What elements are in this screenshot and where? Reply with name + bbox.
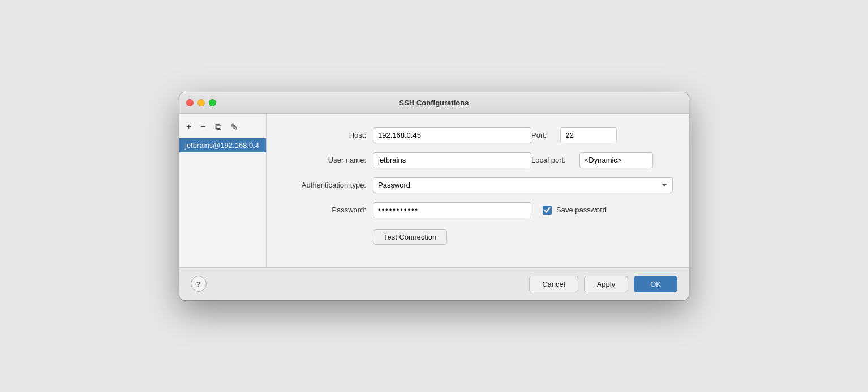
edit-button[interactable]: ✎ xyxy=(228,121,240,134)
sidebar: + − ⧉ ✎ jetbrains@192.168.0.4 xyxy=(179,114,267,267)
traffic-lights xyxy=(186,99,216,106)
help-button[interactable]: ? xyxy=(191,276,207,292)
sidebar-item-connection[interactable]: jetbrains@192.168.0.4 xyxy=(179,138,266,152)
sidebar-toolbar: + − ⧉ ✎ xyxy=(179,118,266,138)
minimize-button[interactable] xyxy=(197,99,205,106)
password-input[interactable] xyxy=(373,202,531,218)
remove-button[interactable]: − xyxy=(198,121,208,133)
window-title: SSH Configurations xyxy=(399,99,469,107)
copy-button[interactable]: ⧉ xyxy=(213,121,224,133)
cancel-button[interactable]: Cancel xyxy=(529,276,578,292)
maximize-button[interactable] xyxy=(209,99,216,106)
port-group: Port: xyxy=(531,127,617,143)
ok-button[interactable]: OK xyxy=(634,276,677,292)
host-port-row: Host: Port: xyxy=(282,127,673,143)
test-connection-row: Test Connection xyxy=(282,227,673,245)
host-label: Host: xyxy=(282,131,373,139)
ssh-configurations-window: SSH Configurations + − ⧉ ✎ jetbrains@192… xyxy=(179,92,689,300)
username-input[interactable] xyxy=(373,152,531,168)
save-password-group: Save password xyxy=(543,206,607,215)
window-body: + − ⧉ ✎ jetbrains@192.168.0.4 Host: Port… xyxy=(179,114,689,267)
save-password-checkbox[interactable] xyxy=(543,206,552,215)
save-password-label: Save password xyxy=(556,206,607,214)
local-port-label: Local port: xyxy=(531,156,570,164)
username-label: User name: xyxy=(282,156,373,164)
local-port-input[interactable] xyxy=(579,152,653,168)
auth-type-select[interactable]: Password Key pair (OpenSSH or PuTTY) Ope… xyxy=(373,177,673,193)
host-input[interactable] xyxy=(373,127,531,143)
port-input[interactable] xyxy=(560,127,617,143)
password-row: Password: Save password xyxy=(282,202,673,218)
port-label: Port: xyxy=(531,131,551,139)
add-button[interactable]: + xyxy=(184,121,194,133)
footer-buttons: Cancel Apply OK xyxy=(529,276,677,292)
sidebar-item-label: jetbrains@192.168.0.4 xyxy=(185,141,259,150)
auth-type-row: Authentication type: Password Key pair (… xyxy=(282,177,673,193)
test-connection-button[interactable]: Test Connection xyxy=(373,229,447,245)
window-footer: ? Cancel Apply OK xyxy=(179,267,689,300)
auth-type-label: Authentication type: xyxy=(282,181,373,189)
close-button[interactable] xyxy=(186,99,194,106)
username-localport-row: User name: Local port: xyxy=(282,152,673,168)
password-label: Password: xyxy=(282,206,373,214)
localport-group: Local port: xyxy=(531,152,653,168)
apply-button[interactable]: Apply xyxy=(584,276,629,292)
main-content: Host: Port: User name: Local port: Authe… xyxy=(267,114,689,267)
title-bar: SSH Configurations xyxy=(179,92,689,114)
